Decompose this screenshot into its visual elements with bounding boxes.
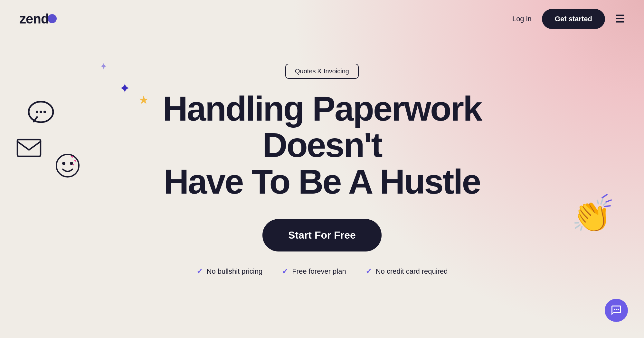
hero-title: Handling Paperwork Doesn't Have To Be A …	[129, 90, 515, 200]
feature-item-1: ✓ No bullshit pricing	[196, 267, 263, 276]
feature-label-2: Free forever plan	[292, 267, 346, 276]
check-icon-2: ✓	[282, 267, 288, 276]
nav-actions: Log in Get started ☰	[512, 9, 625, 29]
svg-text:♥: ♥	[74, 159, 76, 163]
svg-rect-4	[17, 140, 41, 156]
svg-text:♥: ♥	[71, 154, 73, 159]
logo-o-icon	[48, 14, 57, 23]
svg-point-1	[36, 111, 38, 113]
get-started-button[interactable]: Get started	[542, 9, 605, 29]
hero-section: Quotes & Invoicing Handling Paperwork Do…	[0, 38, 644, 276]
check-icon-3: ✓	[365, 267, 372, 276]
feature-label-1: No bullshit pricing	[207, 267, 263, 276]
svg-point-16	[616, 309, 617, 310]
logo-text: zend	[19, 11, 49, 26]
envelope-icon	[16, 138, 42, 159]
logo[interactable]: zend	[19, 11, 57, 27]
chat-support-button[interactable]	[605, 299, 628, 322]
features-list: ✓ No bullshit pricing ✓ Free forever pla…	[196, 267, 448, 276]
svg-text:♥: ♥	[72, 163, 74, 166]
svg-point-17	[618, 309, 619, 310]
chat-bubble-icon	[27, 100, 56, 128]
hero-badge: Quotes & Invoicing	[285, 64, 359, 79]
login-link[interactable]: Log in	[512, 15, 532, 23]
svg-point-6	[62, 162, 65, 165]
svg-point-15	[614, 309, 615, 310]
smiley-icon: ♥ ♥ ♥	[53, 151, 82, 181]
feature-item-3: ✓ No credit card required	[365, 267, 448, 276]
check-icon-1: ✓	[196, 267, 203, 276]
clap-hands-icon: 👏	[570, 193, 612, 236]
svg-point-5	[56, 154, 79, 177]
start-for-free-button[interactable]: Start For Free	[262, 219, 382, 251]
feature-item-2: ✓ Free forever plan	[282, 267, 346, 276]
chat-support-icon	[611, 305, 622, 316]
hero-title-line2: Have To Be A Hustle	[164, 162, 480, 201]
navbar: zend Log in Get started ☰	[0, 0, 644, 38]
svg-line-14	[605, 206, 610, 206]
feature-label-3: No credit card required	[376, 267, 448, 276]
svg-point-3	[43, 111, 46, 113]
hero-title-line1: Handling Paperwork Doesn't	[163, 89, 481, 164]
svg-point-2	[40, 111, 42, 113]
menu-icon[interactable]: ☰	[615, 14, 625, 24]
